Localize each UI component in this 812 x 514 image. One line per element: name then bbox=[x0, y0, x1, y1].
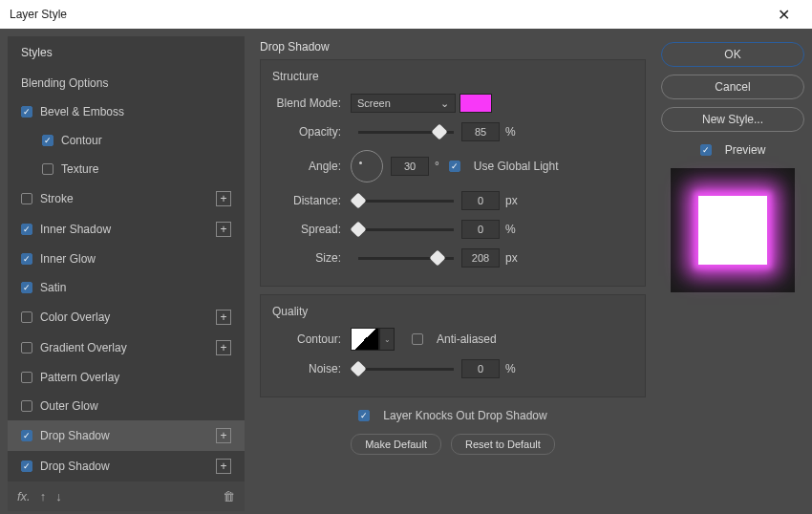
global-light-checkbox[interactable]: ✓ bbox=[449, 161, 460, 172]
window-title: Layer Style bbox=[10, 8, 67, 21]
style-checkbox[interactable] bbox=[21, 193, 32, 204]
sidebar-item-gradient-overlay[interactable]: Gradient Overlay+ bbox=[8, 332, 245, 363]
sidebar-item-satin[interactable]: ✓Satin bbox=[8, 273, 245, 302]
style-checkbox[interactable]: ✓ bbox=[21, 106, 32, 118]
opacity-slider[interactable] bbox=[358, 131, 454, 134]
style-checkbox[interactable]: ✓ bbox=[21, 224, 32, 235]
size-input[interactable] bbox=[461, 248, 500, 268]
sidebar-item-texture[interactable]: Texture bbox=[8, 155, 245, 183]
sidebar-item-stroke[interactable]: Stroke+ bbox=[8, 183, 245, 214]
add-effect-icon[interactable]: + bbox=[216, 459, 231, 474]
style-checkbox[interactable] bbox=[42, 163, 53, 175]
anti-aliased-checkbox[interactable] bbox=[412, 333, 423, 345]
structure-group: Structure Blend Mode: Screen⌄ Opacity: %… bbox=[260, 59, 646, 287]
close-button[interactable]: ✕ bbox=[764, 0, 802, 29]
preview-label: Preview bbox=[725, 143, 766, 157]
preview-glow bbox=[698, 196, 767, 265]
contour-label: Contour: bbox=[272, 332, 351, 346]
sidebar-item-drop-shadow[interactable]: ✓Drop Shadow+ bbox=[8, 451, 245, 482]
fx-icon[interactable]: fx. bbox=[17, 489, 31, 503]
size-slider[interactable] bbox=[358, 257, 454, 260]
reset-default-button[interactable]: Reset to Default bbox=[451, 434, 555, 455]
noise-slider[interactable] bbox=[358, 368, 454, 371]
spread-input[interactable] bbox=[461, 220, 500, 239]
angle-label: Angle: bbox=[272, 160, 351, 173]
preview-checkbox[interactable]: ✓ bbox=[700, 144, 712, 156]
spread-slider[interactable] bbox=[358, 228, 454, 231]
sidebar-item-outer-glow[interactable]: Outer Glow bbox=[8, 392, 245, 420]
size-label: Size: bbox=[272, 251, 351, 265]
arrow-down-icon[interactable]: ↓ bbox=[55, 489, 62, 503]
sidebar-item-label: Texture bbox=[61, 162, 98, 176]
sidebar-item-label: Stroke bbox=[40, 192, 74, 205]
title-bar: Layer Style ✕ bbox=[0, 0, 812, 29]
quality-group: Quality Contour: ⌄ Anti-aliased Noise: % bbox=[260, 294, 646, 397]
style-checkbox[interactable]: ✓ bbox=[21, 282, 32, 293]
noise-label: Noise: bbox=[272, 362, 351, 375]
opacity-input[interactable] bbox=[461, 122, 500, 141]
sidebar-item-inner-glow[interactable]: ✓Inner Glow bbox=[8, 245, 245, 273]
shadow-color-swatch[interactable] bbox=[459, 94, 492, 113]
add-effect-icon[interactable]: + bbox=[216, 222, 231, 237]
sidebar-item-label: Contour bbox=[61, 134, 102, 147]
angle-input[interactable] bbox=[391, 157, 429, 176]
contour-swatch[interactable] bbox=[351, 328, 379, 351]
make-default-button[interactable]: Make Default bbox=[351, 434, 441, 455]
sidebar-item-label: Satin bbox=[40, 281, 66, 294]
panel-title: Drop Shadow bbox=[260, 40, 646, 54]
blend-mode-label: Blend Mode: bbox=[272, 96, 351, 110]
style-checkbox[interactable] bbox=[21, 311, 32, 323]
anti-aliased-label: Anti-aliased bbox=[437, 332, 497, 346]
add-effect-icon[interactable]: + bbox=[216, 428, 231, 443]
style-checkbox[interactable]: ✓ bbox=[21, 253, 32, 265]
spread-label: Spread: bbox=[272, 223, 351, 236]
style-checkbox[interactable]: ✓ bbox=[21, 430, 32, 441]
trash-icon[interactable]: 🗑 bbox=[223, 489, 235, 503]
sidebar-header: Styles bbox=[8, 36, 245, 69]
sidebar-item-label: Outer Glow bbox=[40, 399, 98, 413]
sidebar-item-label: Drop Shadow bbox=[40, 429, 110, 442]
style-checkbox[interactable]: ✓ bbox=[21, 460, 32, 472]
chevron-down-icon: ⌄ bbox=[440, 97, 449, 110]
style-checkbox[interactable] bbox=[21, 372, 32, 383]
sidebar-item-label: Gradient Overlay bbox=[40, 341, 127, 354]
knocks-out-label: Layer Knocks Out Drop Shadow bbox=[383, 409, 546, 422]
sidebar-item-label: Drop Shadow bbox=[40, 460, 110, 473]
opacity-label: Opacity: bbox=[272, 125, 351, 139]
sidebar-item-label: Inner Glow bbox=[40, 252, 96, 266]
sidebar-blending-options[interactable]: Blending Options bbox=[8, 69, 245, 97]
preview-box bbox=[671, 168, 795, 292]
noise-input[interactable] bbox=[461, 359, 500, 378]
style-checkbox[interactable] bbox=[21, 342, 32, 353]
contour-dropdown[interactable]: ⌄ bbox=[379, 328, 395, 351]
sidebar-item-drop-shadow[interactable]: ✓Drop Shadow+ bbox=[8, 420, 245, 451]
add-effect-icon[interactable]: + bbox=[216, 310, 231, 325]
add-effect-icon[interactable]: + bbox=[216, 191, 231, 206]
sidebar-item-color-overlay[interactable]: Color Overlay+ bbox=[8, 302, 245, 332]
sidebar-footer: fx. ↑ ↓ 🗑 bbox=[8, 482, 245, 511]
angle-dial[interactable] bbox=[351, 150, 383, 182]
styles-sidebar: Styles Blending Options ✓Bevel & Emboss✓… bbox=[8, 36, 245, 506]
ok-button[interactable]: OK bbox=[661, 42, 804, 67]
knocks-out-checkbox[interactable]: ✓ bbox=[358, 410, 370, 421]
sidebar-item-contour[interactable]: ✓Contour bbox=[8, 126, 245, 155]
add-effect-icon[interactable]: + bbox=[216, 340, 231, 355]
sidebar-item-label: Pattern Overlay bbox=[40, 371, 119, 384]
sidebar-item-pattern-overlay[interactable]: Pattern Overlay bbox=[8, 363, 245, 392]
blend-mode-dropdown[interactable]: Screen⌄ bbox=[351, 94, 456, 113]
distance-slider[interactable] bbox=[358, 200, 454, 203]
distance-input[interactable] bbox=[461, 191, 500, 210]
style-checkbox[interactable]: ✓ bbox=[42, 135, 53, 146]
new-style-button[interactable]: New Style... bbox=[661, 107, 804, 132]
action-panel: OK Cancel New Style... ✓ Preview bbox=[661, 36, 804, 506]
distance-label: Distance: bbox=[272, 194, 351, 207]
sidebar-item-label: Color Overlay bbox=[40, 311, 110, 324]
style-checkbox[interactable] bbox=[21, 400, 32, 412]
cancel-button[interactable]: Cancel bbox=[661, 75, 804, 99]
global-light-label: Use Global Light bbox=[474, 160, 559, 173]
sidebar-item-label: Inner Shadow bbox=[40, 223, 111, 236]
sidebar-item-bevel-emboss[interactable]: ✓Bevel & Emboss bbox=[8, 97, 245, 126]
arrow-up-icon[interactable]: ↑ bbox=[40, 489, 47, 503]
sidebar-item-label: Bevel & Emboss bbox=[40, 105, 124, 118]
sidebar-item-inner-shadow[interactable]: ✓Inner Shadow+ bbox=[8, 214, 245, 245]
